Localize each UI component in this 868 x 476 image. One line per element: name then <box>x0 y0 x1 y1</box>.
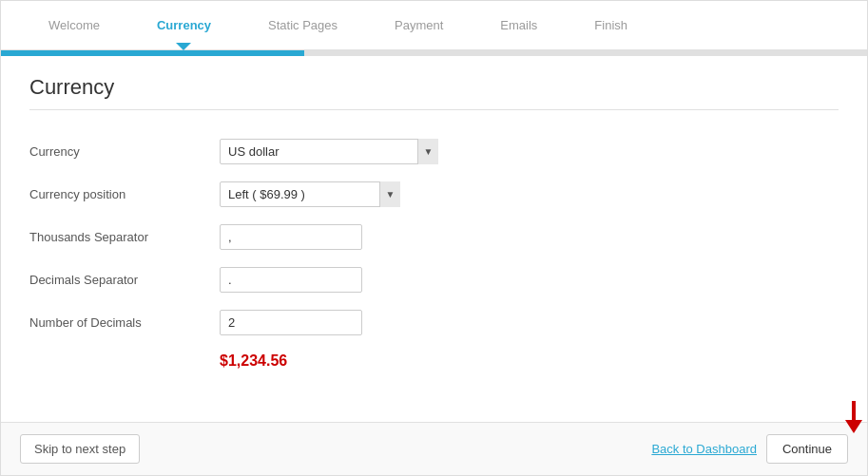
tab-payment[interactable]: Payment <box>366 1 472 49</box>
preview-price: $1,234.56 <box>220 352 287 370</box>
tab-welcome[interactable]: Welcome <box>20 1 128 49</box>
decimals-sep-row: Decimals Separator <box>29 267 839 293</box>
currency-position-label: Currency position <box>29 187 220 201</box>
currency-position-row: Currency position Left ( $69.99 ) Right … <box>29 181 839 207</box>
skip-button-label: Skip to next step <box>34 442 125 456</box>
tab-static-pages[interactable]: Static Pages <box>240 1 366 49</box>
position-select-wrapper: Left ( $69.99 ) Right ( 69.99$ ) Left wi… <box>220 181 400 207</box>
tab-emails-label: Emails <box>500 18 537 32</box>
dashboard-label: Back to Dashboard <box>651 442 757 456</box>
footer: Skip to next step Back to Dashboard Cont… <box>1 422 867 475</box>
down-arrow-icon <box>845 401 862 433</box>
thousands-label: Thousands Separator <box>29 230 220 244</box>
currency-select-wrapper: US dollar Euro British Pound Canadian Do… <box>220 139 438 164</box>
section-title: Currency <box>29 75 839 110</box>
position-select[interactable]: Left ( $69.99 ) Right ( 69.99$ ) Left wi… <box>220 181 400 207</box>
thousands-input[interactable] <box>220 224 362 250</box>
tab-welcome-label: Welcome <box>48 18 100 32</box>
wizard-tabs: Welcome Currency Static Pages Payment Em… <box>1 1 867 50</box>
main-content: Currency Currency US dollar Euro British… <box>1 56 867 422</box>
num-decimals-label: Number of Decimals <box>29 315 220 330</box>
continue-button-label: Continue <box>782 442 832 456</box>
tab-finish-label: Finish <box>594 18 627 32</box>
tab-currency[interactable]: Currency <box>128 1 240 49</box>
decimals-input[interactable] <box>220 267 362 293</box>
arrow-head <box>845 420 862 433</box>
currency-row: Currency US dollar Euro British Pound Ca… <box>29 139 839 164</box>
tab-static-pages-label: Static Pages <box>268 18 338 32</box>
currency-label: Currency <box>29 144 220 159</box>
skip-button[interactable]: Skip to next step <box>20 434 140 464</box>
thousands-row: Thousands Separator <box>29 224 839 250</box>
page-wrapper: Welcome Currency Static Pages Payment Em… <box>0 0 868 476</box>
currency-select[interactable]: US dollar Euro British Pound Canadian Do… <box>220 139 438 164</box>
continue-wrapper: Continue <box>766 434 848 464</box>
footer-right: Back to Dashboard Continue <box>651 434 848 464</box>
tab-currency-label: Currency <box>157 18 211 32</box>
preview-row: $1,234.56 <box>220 352 839 370</box>
tab-emails[interactable]: Emails <box>472 1 566 49</box>
form-area: Currency US dollar Euro British Pound Ca… <box>29 129 839 396</box>
tab-finish[interactable]: Finish <box>566 1 656 49</box>
continue-button[interactable]: Continue <box>766 434 848 464</box>
num-decimals-input[interactable] <box>220 310 362 335</box>
dashboard-link[interactable]: Back to Dashboard <box>651 442 757 456</box>
tab-payment-label: Payment <box>395 18 443 32</box>
arrow-shaft <box>852 401 856 420</box>
num-decimals-row: Number of Decimals <box>29 310 839 335</box>
decimals-sep-label: Decimals Separator <box>29 273 220 287</box>
